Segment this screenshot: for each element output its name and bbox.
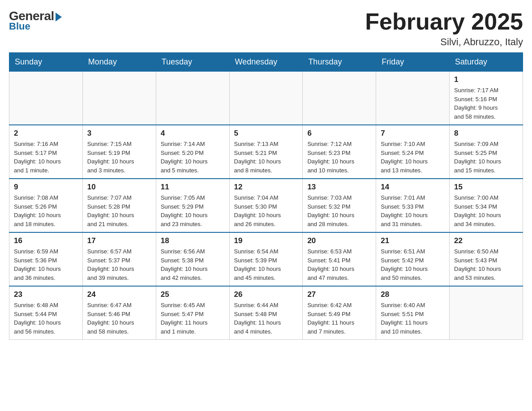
calendar-day-cell: [229, 72, 303, 125]
calendar-day-cell: 10Sunrise: 7:07 AMSunset: 5:28 PMDayligh…: [82, 179, 156, 232]
day-info: Sunrise: 6:57 AMSunset: 5:37 PMDaylight:…: [87, 247, 151, 282]
day-number: 6: [307, 129, 371, 138]
day-number: 26: [234, 290, 298, 299]
calendar-day-cell: 19Sunrise: 6:54 AMSunset: 5:39 PMDayligh…: [229, 232, 303, 286]
weekday-header-thursday: Thursday: [303, 53, 376, 72]
calendar-day-cell: 8Sunrise: 7:09 AMSunset: 5:25 PMDaylight…: [450, 125, 523, 179]
day-info: Sunrise: 7:15 AMSunset: 5:19 PMDaylight:…: [87, 140, 151, 175]
day-info: Sunrise: 7:16 AMSunset: 5:17 PMDaylight:…: [14, 140, 78, 175]
calendar-week-row: 16Sunrise: 6:59 AMSunset: 5:36 PMDayligh…: [9, 232, 523, 286]
day-info: Sunrise: 7:01 AMSunset: 5:33 PMDaylight:…: [381, 193, 445, 228]
page-header: General Blue February 2025 Silvi, Abruzz…: [9, 9, 523, 48]
day-number: 5: [234, 129, 298, 138]
day-info: Sunrise: 7:05 AMSunset: 5:29 PMDaylight:…: [161, 193, 225, 228]
day-number: 1: [454, 75, 518, 84]
calendar-day-cell: 12Sunrise: 7:04 AMSunset: 5:30 PMDayligh…: [229, 179, 303, 232]
calendar-day-cell: 15Sunrise: 7:00 AMSunset: 5:34 PMDayligh…: [450, 179, 523, 232]
calendar-day-cell: 18Sunrise: 6:56 AMSunset: 5:38 PMDayligh…: [156, 232, 229, 286]
weekday-header-tuesday: Tuesday: [156, 53, 229, 72]
day-info: Sunrise: 6:40 AMSunset: 5:51 PMDaylight:…: [381, 301, 445, 336]
day-number: 24: [87, 290, 151, 299]
day-number: 7: [381, 129, 445, 138]
day-number: 14: [381, 183, 445, 192]
calendar-day-cell: 20Sunrise: 6:53 AMSunset: 5:41 PMDayligh…: [303, 232, 376, 286]
day-info: Sunrise: 7:00 AMSunset: 5:34 PMDaylight:…: [454, 193, 518, 228]
day-info: Sunrise: 7:10 AMSunset: 5:24 PMDaylight:…: [381, 140, 445, 175]
day-number: 2: [14, 129, 78, 138]
day-number: 18: [161, 236, 225, 245]
day-number: 3: [87, 129, 151, 138]
calendar-week-row: 23Sunrise: 6:48 AMSunset: 5:44 PMDayligh…: [9, 286, 523, 340]
weekday-header-friday: Friday: [376, 53, 450, 72]
logo: General Blue: [9, 9, 62, 32]
day-number: 21: [381, 236, 445, 245]
logo-blue-text: Blue: [9, 21, 30, 32]
calendar-table: SundayMondayTuesdayWednesdayThursdayFrid…: [9, 52, 523, 340]
weekday-header-sunday: Sunday: [9, 53, 83, 72]
day-info: Sunrise: 7:03 AMSunset: 5:32 PMDaylight:…: [307, 193, 371, 228]
calendar-day-cell: 26Sunrise: 6:44 AMSunset: 5:48 PMDayligh…: [229, 286, 303, 340]
calendar-day-cell: 22Sunrise: 6:50 AMSunset: 5:43 PMDayligh…: [450, 232, 523, 286]
calendar-day-cell: 24Sunrise: 6:47 AMSunset: 5:46 PMDayligh…: [82, 286, 156, 340]
day-info: Sunrise: 7:12 AMSunset: 5:23 PMDaylight:…: [307, 140, 371, 175]
calendar-day-cell: 13Sunrise: 7:03 AMSunset: 5:32 PMDayligh…: [303, 179, 376, 232]
day-info: Sunrise: 6:44 AMSunset: 5:48 PMDaylight:…: [234, 301, 298, 336]
day-info: Sunrise: 6:48 AMSunset: 5:44 PMDaylight:…: [14, 301, 78, 336]
calendar-day-cell: [82, 72, 156, 125]
day-number: 10: [87, 183, 151, 192]
day-info: Sunrise: 6:47 AMSunset: 5:46 PMDaylight:…: [87, 301, 151, 336]
calendar-day-cell: 11Sunrise: 7:05 AMSunset: 5:29 PMDayligh…: [156, 179, 229, 232]
weekday-header-monday: Monday: [82, 53, 156, 72]
day-info: Sunrise: 6:59 AMSunset: 5:36 PMDaylight:…: [14, 247, 78, 282]
day-number: 4: [161, 129, 225, 138]
day-info: Sunrise: 7:09 AMSunset: 5:25 PMDaylight:…: [454, 140, 518, 175]
calendar-day-cell: 23Sunrise: 6:48 AMSunset: 5:44 PMDayligh…: [9, 286, 83, 340]
calendar-day-cell: 17Sunrise: 6:57 AMSunset: 5:37 PMDayligh…: [82, 232, 156, 286]
day-number: 27: [307, 290, 371, 299]
day-number: 19: [234, 236, 298, 245]
calendar-header-row: SundayMondayTuesdayWednesdayThursdayFrid…: [9, 53, 523, 72]
calendar-week-row: 9Sunrise: 7:08 AMSunset: 5:26 PMDaylight…: [9, 179, 523, 232]
logo-arrow-icon: [56, 13, 62, 21]
calendar-day-cell: [376, 72, 450, 125]
day-number: 23: [14, 290, 78, 299]
day-info: Sunrise: 6:56 AMSunset: 5:38 PMDaylight:…: [161, 247, 225, 282]
day-number: 15: [454, 183, 518, 192]
calendar-day-cell: 21Sunrise: 6:51 AMSunset: 5:42 PMDayligh…: [376, 232, 450, 286]
calendar-week-row: 1Sunrise: 7:17 AMSunset: 5:16 PMDaylight…: [9, 72, 523, 125]
weekday-header-saturday: Saturday: [450, 53, 523, 72]
calendar-day-cell: [9, 72, 83, 125]
day-info: Sunrise: 6:50 AMSunset: 5:43 PMDaylight:…: [454, 247, 518, 282]
calendar-day-cell: 3Sunrise: 7:15 AMSunset: 5:19 PMDaylight…: [82, 125, 156, 179]
calendar-day-cell: 5Sunrise: 7:13 AMSunset: 5:21 PMDaylight…: [229, 125, 303, 179]
calendar-day-cell: 27Sunrise: 6:42 AMSunset: 5:49 PMDayligh…: [303, 286, 376, 340]
calendar-day-cell: [156, 72, 229, 125]
day-info: Sunrise: 6:54 AMSunset: 5:39 PMDaylight:…: [234, 247, 298, 282]
day-number: 22: [454, 236, 518, 245]
weekday-header-wednesday: Wednesday: [229, 53, 303, 72]
calendar-day-cell: 14Sunrise: 7:01 AMSunset: 5:33 PMDayligh…: [376, 179, 450, 232]
title-block: February 2025 Silvi, Abruzzo, Italy: [365, 9, 523, 48]
calendar-day-cell: 25Sunrise: 6:45 AMSunset: 5:47 PMDayligh…: [156, 286, 229, 340]
calendar-day-cell: 1Sunrise: 7:17 AMSunset: 5:16 PMDaylight…: [450, 72, 523, 125]
calendar-day-cell: 2Sunrise: 7:16 AMSunset: 5:17 PMDaylight…: [9, 125, 83, 179]
day-info: Sunrise: 7:13 AMSunset: 5:21 PMDaylight:…: [234, 140, 298, 175]
day-info: Sunrise: 6:51 AMSunset: 5:42 PMDaylight:…: [381, 247, 445, 282]
calendar-title: February 2025: [365, 9, 523, 34]
day-number: 20: [307, 236, 371, 245]
calendar-day-cell: 4Sunrise: 7:14 AMSunset: 5:20 PMDaylight…: [156, 125, 229, 179]
day-number: 9: [14, 183, 78, 192]
calendar-day-cell: 7Sunrise: 7:10 AMSunset: 5:24 PMDaylight…: [376, 125, 450, 179]
day-info: Sunrise: 7:04 AMSunset: 5:30 PMDaylight:…: [234, 193, 298, 228]
day-number: 12: [234, 183, 298, 192]
calendar-day-cell: 16Sunrise: 6:59 AMSunset: 5:36 PMDayligh…: [9, 232, 83, 286]
day-info: Sunrise: 7:17 AMSunset: 5:16 PMDaylight:…: [454, 86, 518, 121]
day-info: Sunrise: 7:07 AMSunset: 5:28 PMDaylight:…: [87, 193, 151, 228]
day-number: 28: [381, 290, 445, 299]
day-number: 17: [87, 236, 151, 245]
day-info: Sunrise: 6:42 AMSunset: 5:49 PMDaylight:…: [307, 301, 371, 336]
day-number: 8: [454, 129, 518, 138]
day-info: Sunrise: 6:53 AMSunset: 5:41 PMDaylight:…: [307, 247, 371, 282]
calendar-day-cell: 6Sunrise: 7:12 AMSunset: 5:23 PMDaylight…: [303, 125, 376, 179]
day-info: Sunrise: 7:08 AMSunset: 5:26 PMDaylight:…: [14, 193, 78, 228]
